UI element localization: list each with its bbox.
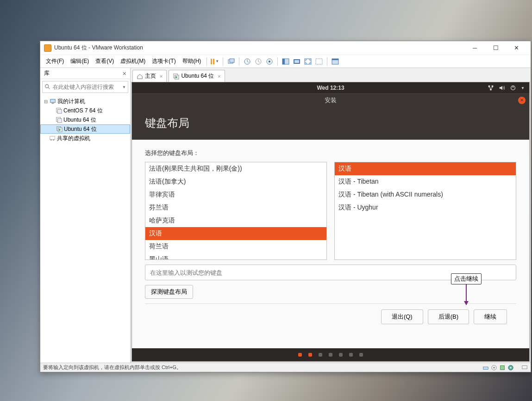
fullscreen-button[interactable]: [303, 56, 313, 67]
menu-help[interactable]: 帮助(H): [180, 56, 204, 67]
network-adapter-icon[interactable]: [499, 364, 506, 371]
back-button[interactable]: 后退(B): [428, 309, 469, 324]
list-item[interactable]: 荷兰语: [145, 240, 326, 253]
svg-rect-28: [488, 86, 490, 87]
progress-dot: [319, 353, 322, 357]
svg-rect-35: [501, 365, 505, 370]
network-icon[interactable]: [488, 85, 494, 91]
library-sidebar: 库 × ▼ ⊟ 我的计算机 CentOS 7 64 位: [40, 68, 131, 363]
search-dropdown-icon[interactable]: ▼: [122, 85, 126, 89]
list-item[interactable]: 汉语: [145, 227, 326, 240]
menu-tabs[interactable]: 选项卡(T): [149, 56, 178, 67]
unity-button[interactable]: [314, 56, 324, 67]
page-title: 键盘布局: [145, 116, 189, 130]
list-item[interactable]: 菲律宾语: [145, 188, 326, 201]
progress-dot: [308, 353, 312, 357]
app-icon: [44, 44, 51, 52]
language-list[interactable]: 法语(刚果民主共和国，刚果(金))法语(加拿大)菲律宾语芬兰语哈萨克语汉语荷兰语…: [145, 162, 327, 260]
clock[interactable]: Wed 12:13: [317, 85, 344, 91]
list-item[interactable]: 法语(加拿大): [145, 175, 326, 188]
list-item[interactable]: 哈萨克语: [145, 214, 326, 227]
tree-label: Ubuntu 64 位: [64, 125, 97, 133]
installer-title: 安装: [325, 96, 337, 105]
system-tray: ▼: [488, 85, 529, 91]
tree-item-vm-active[interactable]: Ubuntu 64 位: [40, 124, 130, 134]
separator: [327, 57, 327, 66]
tree-label: 共享的虚拟机: [57, 135, 90, 142]
cd-icon[interactable]: [491, 364, 497, 371]
vm-display[interactable]: Wed 12:13 ▼ 安装 ✕ 键盘布局 选择您的键盘布局：: [131, 82, 530, 362]
svg-rect-38: [522, 365, 527, 369]
view-console-button[interactable]: [281, 56, 291, 67]
send-ctrl-alt-del-button[interactable]: [226, 56, 236, 67]
tree-root-my-computer[interactable]: ⊟ 我的计算机: [40, 97, 130, 106]
snapshot-manage-button[interactable]: [253, 56, 263, 67]
library-tree: ⊟ 我的计算机 CentOS 7 64 位 Ubuntu 64 位 Ubuntu…: [40, 95, 130, 363]
chevron-down-icon[interactable]: ▼: [521, 86, 525, 90]
installer-page-title-bar: 键盘布局: [132, 106, 529, 140]
volume-icon[interactable]: [499, 85, 505, 91]
installer-close-icon[interactable]: ✕: [518, 97, 526, 104]
tab-label: Ubuntu 64 位: [181, 72, 214, 80]
menubar: 文件(F) 编辑(E) 查看(V) 虚拟机(M) 选项卡(T) 帮助(H) ▼: [40, 55, 531, 68]
sidebar-close-icon[interactable]: ×: [123, 70, 126, 77]
menu-vm[interactable]: 虚拟机(M): [118, 56, 148, 67]
usb-icon[interactable]: [507, 364, 514, 371]
message-icon[interactable]: [521, 364, 528, 371]
installer-header: 安装 ✕: [132, 93, 529, 106]
status-text: 要将输入定向到该虚拟机，请在虚拟机内部单击或按 Ctrl+G。: [43, 364, 182, 371]
list-item[interactable]: 汉语 - Tibetan: [335, 175, 516, 188]
tab-home[interactable]: 主页 ×: [132, 70, 167, 82]
maximize-button[interactable]: ☐: [485, 42, 506, 55]
content-area: 主页 × Ubuntu 64 位 × Wed 12:13: [131, 68, 531, 363]
view-thumbnail-button[interactable]: [292, 56, 302, 67]
installer-footer: 退出(Q) 后退(B) 继续: [145, 303, 516, 329]
titlebar: Ubuntu 64 位 - VMware Workstation ─ ☐ ✕: [40, 41, 531, 55]
tab-vm[interactable]: Ubuntu 64 位 ×: [169, 70, 225, 82]
list-item[interactable]: 芬兰语: [145, 201, 326, 214]
svg-rect-5: [269, 61, 270, 62]
search-icon: [44, 84, 51, 90]
vm-running-icon: [173, 73, 179, 80]
disk-icon[interactable]: [482, 364, 489, 371]
svg-rect-1: [230, 59, 234, 62]
snapshot-button[interactable]: [242, 56, 252, 67]
svg-point-25: [53, 139, 55, 141]
library-search[interactable]: ▼: [42, 81, 128, 93]
menu-edit[interactable]: 编辑(E): [68, 56, 92, 67]
svg-point-34: [493, 367, 495, 369]
search-input[interactable]: [53, 84, 122, 90]
variant-list[interactable]: 汉语汉语 - Tibetan汉语 - Tibetan (with ASCII n…: [334, 162, 516, 260]
list-item[interactable]: 汉语 - Tibetan (with ASCII numerals): [335, 188, 516, 201]
tree-item-vm[interactable]: CentOS 7 64 位: [40, 106, 130, 115]
vm-icon: [56, 107, 62, 114]
menu-view[interactable]: 查看(V): [93, 56, 117, 67]
keyboard-prompt: 选择您的键盘布局：: [145, 149, 516, 157]
tab-close-icon[interactable]: ×: [218, 74, 220, 79]
menu-file[interactable]: 文件(F): [43, 56, 67, 67]
installer-body: 选择您的键盘布局： 法语(刚果民主共和国，刚果(金))法语(加拿大)菲律宾语芬兰…: [132, 140, 529, 348]
power-icon[interactable]: [510, 85, 516, 91]
list-item[interactable]: 汉语: [335, 162, 516, 175]
detect-layout-button[interactable]: 探测键盘布局: [145, 285, 193, 299]
list-item[interactable]: 汉语 - Uyghur: [335, 201, 516, 214]
separator: [223, 57, 223, 66]
progress-dot: [339, 353, 343, 357]
list-item[interactable]: 黑山语: [145, 253, 326, 260]
list-item[interactable]: 法语(刚果民主共和国，刚果(金)): [145, 162, 326, 175]
library-toggle-button[interactable]: [330, 56, 340, 67]
svg-point-24: [50, 139, 52, 141]
tree-shared-vms[interactable]: 共享的虚拟机: [40, 134, 130, 143]
tree-item-vm[interactable]: Ubuntu 64 位: [40, 115, 130, 124]
quit-button[interactable]: 退出(Q): [381, 309, 423, 324]
pause-button[interactable]: ▼: [210, 56, 220, 67]
svg-rect-15: [50, 99, 56, 103]
minimize-button[interactable]: ─: [464, 42, 485, 55]
revert-button[interactable]: [264, 56, 275, 67]
svg-rect-13: [332, 59, 338, 60]
svg-point-37: [510, 367, 512, 369]
close-button[interactable]: ✕: [506, 42, 527, 55]
svg-rect-29: [492, 86, 494, 87]
tab-close-icon[interactable]: ×: [160, 74, 163, 79]
continue-button[interactable]: 继续: [474, 309, 507, 324]
